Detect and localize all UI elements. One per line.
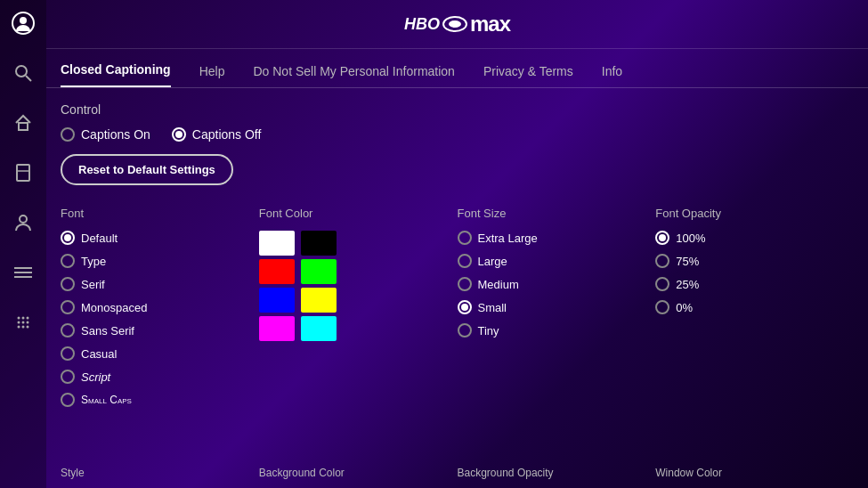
header: HBO max — [46, 0, 868, 49]
tab-privacy-terms[interactable]: Privacy & Terms — [483, 64, 573, 87]
captions-on-label: Captions On — [81, 127, 150, 142]
captions-off-radio[interactable] — [172, 127, 186, 142]
captions-off-label: Captions Off — [192, 127, 262, 142]
tab-closed-captioning[interactable]: Closed Captioning — [61, 62, 171, 87]
font-size-column: Font Size Extra Large Large Medium Small… — [458, 207, 656, 416]
tab-help[interactable]: Help — [199, 64, 225, 87]
svg-line-3 — [26, 76, 31, 81]
svg-point-18 — [22, 326, 25, 329]
font-opacity-100-label: 100% — [676, 232, 705, 245]
swatch-red[interactable] — [259, 259, 295, 284]
font-opacity-column: Font Opacity 100% 75% 25% 0% — [655, 207, 854, 416]
background-color-bottom-label: Background Color — [259, 467, 458, 479]
svg-point-17 — [18, 326, 20, 329]
font-option-default[interactable]: Default — [61, 231, 259, 245]
font-size-large-radio[interactable] — [458, 254, 472, 268]
font-color-column-header: Font Color — [259, 207, 458, 220]
font-type-radio[interactable] — [61, 254, 75, 268]
font-small-caps-radio[interactable] — [61, 393, 75, 407]
font-size-tiny-radio[interactable] — [458, 323, 472, 338]
swatch-yellow[interactable] — [301, 288, 337, 313]
bookmark-icon[interactable] — [11, 160, 36, 185]
captions-on-radio[interactable] — [61, 127, 75, 142]
svg-point-11 — [18, 317, 20, 320]
swatch-magenta[interactable] — [259, 316, 295, 341]
svg-point-13 — [27, 317, 29, 320]
font-option-monospaced[interactable]: Monospaced — [61, 300, 259, 314]
font-opacity-100[interactable]: 100% — [655, 231, 854, 245]
sidebar — [0, 0, 46, 488]
font-option-sans-serif[interactable]: Sans Serif — [61, 323, 259, 338]
font-size-medium-label: Medium — [478, 278, 519, 291]
font-script-radio[interactable] — [61, 370, 75, 384]
font-option-small-caps[interactable]: Small Caps — [61, 393, 259, 407]
nav-tabs: Closed Captioning Help Do Not Sell My Pe… — [46, 49, 868, 88]
svg-point-1 — [20, 17, 27, 24]
captions-off-option[interactable]: Captions Off — [172, 127, 262, 142]
reset-button[interactable]: Reset to Default Settings — [61, 154, 233, 185]
font-size-tiny-label: Tiny — [478, 324, 499, 338]
font-option-script[interactable]: Script — [61, 370, 259, 384]
style-bottom-label: Style — [61, 467, 259, 479]
font-opacity-75-radio[interactable] — [655, 254, 669, 268]
font-size-small-radio[interactable] — [458, 300, 472, 314]
tab-info[interactable]: Info — [602, 64, 622, 87]
swatch-blue[interactable] — [259, 288, 295, 313]
search-icon[interactable] — [11, 61, 36, 85]
svg-point-19 — [27, 326, 29, 329]
svg-point-2 — [16, 66, 27, 77]
font-default-radio[interactable] — [61, 231, 75, 245]
font-serif-radio[interactable] — [61, 277, 75, 291]
font-size-extra-large[interactable]: Extra Large — [458, 231, 656, 245]
font-casual-radio[interactable] — [61, 346, 75, 361]
svg-rect-5 — [17, 165, 29, 181]
font-column-header: Font — [61, 207, 259, 220]
font-size-extra-large-label: Extra Large — [478, 232, 538, 245]
captions-on-option[interactable]: Captions On — [61, 127, 150, 142]
swatch-cyan[interactable] — [301, 316, 337, 341]
font-opacity-25-radio[interactable] — [655, 277, 669, 291]
font-sans-serif-radio[interactable] — [61, 323, 75, 338]
font-monospaced-label: Monospaced — [81, 301, 147, 314]
main-content: Control Captions On Captions Off Reset t… — [61, 88, 854, 488]
font-option-type[interactable]: Type — [61, 254, 259, 268]
font-casual-label: Casual — [81, 347, 117, 361]
font-monospaced-radio[interactable] — [61, 300, 75, 314]
font-opacity-25[interactable]: 25% — [655, 277, 854, 291]
font-opacity-0[interactable]: 0% — [655, 300, 854, 314]
font-size-medium[interactable]: Medium — [458, 277, 656, 291]
person-icon[interactable] — [11, 210, 36, 235]
settings-columns: Font Default Type Serif Monospaced Sans … — [61, 207, 854, 416]
hbo-text: HBO — [404, 15, 440, 34]
swatch-green[interactable] — [301, 259, 337, 284]
svg-point-14 — [18, 321, 20, 324]
tab-do-not-sell[interactable]: Do Not Sell My Personal Information — [253, 64, 454, 87]
font-opacity-100-radio[interactable] — [655, 231, 669, 245]
font-option-serif[interactable]: Serif — [61, 277, 259, 291]
font-opacity-column-header: Font Opacity — [655, 207, 854, 220]
svg-point-21 — [449, 20, 461, 28]
font-size-medium-radio[interactable] — [458, 277, 472, 291]
font-default-label: Default — [81, 232, 118, 245]
font-size-small[interactable]: Small — [458, 300, 656, 314]
svg-point-7 — [20, 216, 27, 223]
background-opacity-bottom-label: Background Opacity — [458, 467, 656, 479]
svg-point-16 — [27, 321, 29, 324]
font-serif-label: Serif — [81, 278, 105, 291]
font-size-large[interactable]: Large — [458, 254, 656, 268]
font-size-tiny[interactable]: Tiny — [458, 323, 656, 338]
menu-icon[interactable] — [11, 260, 36, 285]
font-size-extra-large-radio[interactable] — [458, 231, 472, 245]
bottom-labels: Style Background Color Background Opacit… — [61, 467, 854, 479]
swatch-white[interactable] — [259, 231, 295, 256]
font-option-casual[interactable]: Casual — [61, 346, 259, 361]
window-color-bottom-label: Window Color — [655, 467, 854, 479]
home-icon[interactable] — [11, 110, 36, 135]
font-opacity-0-radio[interactable] — [655, 300, 669, 314]
grid-icon[interactable] — [11, 310, 36, 335]
font-small-caps-label: Small Caps — [81, 394, 132, 406]
max-text: max — [470, 12, 510, 37]
font-opacity-75[interactable]: 75% — [655, 254, 854, 268]
swatch-black[interactable] — [301, 231, 337, 256]
profile-icon[interactable] — [11, 11, 36, 36]
